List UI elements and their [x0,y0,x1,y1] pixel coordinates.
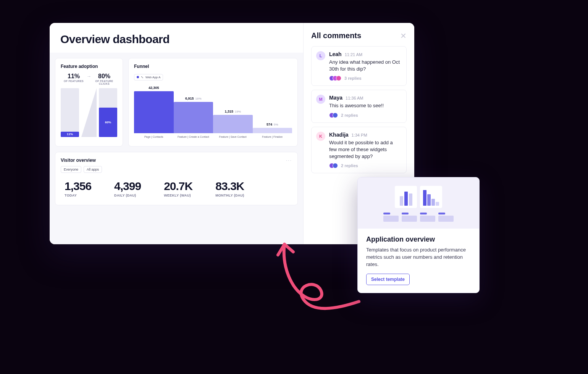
comment-header: Leah11:21 AM [329,51,402,57]
funnel-step-label: Page | Contacts [144,135,163,141]
adoption-left-pct: 11% [61,73,87,80]
funnel-legend-label: Web App A [145,76,160,79]
funnel-step: 5745%Feature | Finalize [253,123,292,141]
comment-time: 11:36 AM [346,96,363,100]
funnel-value-row: 5745% [253,123,292,126]
template-preview-row-1 [395,186,442,208]
template-title: Application overview [366,235,471,243]
avatar: L [316,51,325,60]
reply-count: 2 replies [341,113,358,118]
visitor-stats: 1,356TODAY4,399DAILY (DAU)20.7KWEEKLY (W… [61,178,292,200]
card-title: Visitor overview [61,158,96,163]
comment-text: This is awesome to see!! [329,102,402,109]
adoption-right-pct: 80% [91,73,117,80]
funnel-pct: 19% [235,110,241,113]
reply-avatars [329,163,338,168]
funnel-step: 6,91516%Feature | Create a Contact [174,97,213,141]
reply-avatars [329,113,338,118]
legend-dot-icon [137,76,139,78]
funnel-step-label: Feature | Finalize [262,135,283,141]
replies-row[interactable]: 2 replies [329,163,402,168]
adoption-bar-left: 11% [61,88,79,137]
reply-avatars [329,76,341,81]
mini-chart-funnel-icon [420,186,442,208]
close-icon[interactable]: ✕ [400,32,407,40]
funnel-bar [213,115,253,133]
funnel-step-label: Feature | Save Contact [219,135,247,141]
adoption-right-sublabel: OF FEATURE CLICKS [91,80,117,85]
template-description: Templates that focus on product performa… [366,247,471,268]
arrow-right-icon: → [87,73,91,79]
annotation-arrow-icon [248,237,370,313]
template-body: Application overview Templates that focu… [358,229,479,293]
comment-header: Maya11:36 AM [329,95,402,101]
template-preview [358,177,479,229]
more-menu-icon[interactable]: ··· [286,158,292,163]
comment-time: 1:34 PM [352,133,367,137]
feature-adoption-chart: 11% 60% [61,88,117,137]
cursor-icon: ⤡ [141,76,144,79]
stat-value: 4,399 [114,180,141,193]
comment-body: Khadija1:34 PMWould it be possible to ad… [329,132,402,169]
template-preview-row-2 [366,213,471,222]
funnel-legend[interactable]: ⤡ Web App A [134,74,163,81]
comment-author: Khadija [329,132,349,138]
adoption-left: 11% OF FEATURES [61,73,87,82]
svg-marker-0 [81,88,97,137]
visitor-stat: 83.3KMONTHLY (DAU) [215,180,244,197]
comment-body: Maya11:36 AMThis is awesome to see!!2 re… [329,95,402,118]
adoption-right: 80% OF FEATURE CLICKS [91,73,117,85]
comment-author: Leah [329,51,342,57]
feature-adoption-card[interactable]: Feature adoption 11% OF FEATURES → 80% O… [55,58,123,147]
page-title: Overview dashboard [60,33,292,46]
funnel-pct: 16% [195,97,202,100]
replies-row[interactable]: 3 replies [329,76,402,81]
replies-row[interactable]: 2 replies [329,113,402,118]
filter-chip[interactable]: Everyone [61,166,81,173]
top-row: Feature adoption 11% OF FEATURES → 80% O… [55,58,298,147]
filter-chip[interactable]: All apps [84,166,102,173]
visitor-header: Visitor overview ··· [61,158,292,163]
funnel-step: 42,305Page | Contacts [134,86,174,141]
reply-avatar-icon [333,163,338,168]
funnel-pct: 5% [274,123,278,126]
adoption-bar-left-label: 11% [67,132,73,136]
comments-header: All comments ✕ [311,31,407,40]
funnel-bar [253,128,292,133]
reply-count: 3 replies [344,76,362,81]
comments-list: LLeah11:21 AMAny idea what happened on O… [311,46,407,177]
card-title: Feature adoption [61,64,117,69]
visitor-stat: 20.7KWEEKLY (WAU) [164,180,192,197]
funnel-step: 1,31519%Feature | Save Contact [213,110,253,141]
adoption-bar-right-fill: 60% [99,108,117,137]
template-card: Application overview Templates that focu… [357,177,480,293]
funnel-value: 1,315 [225,110,233,113]
visitor-stat: 4,399DAILY (DAU) [114,180,141,197]
comment-body: Leah11:21 AMAny idea what happened on Oc… [329,51,402,81]
comment-header: Khadija1:34 PM [329,132,402,138]
visitor-overview-card[interactable]: Visitor overview ··· EveryoneAll apps 1,… [55,152,298,205]
funnel-bar [174,102,213,133]
stat-value: 83.3K [215,180,244,193]
adoption-bar-left-fill: 11% [61,132,79,137]
avatar: M [316,95,325,104]
comment[interactable]: MMaya11:36 AMThis is awesome to see!!2 r… [311,90,407,123]
feature-adoption-summary: 11% OF FEATURES → 80% OF FEATURE CLICKS [61,73,117,85]
reply-avatar-icon [333,113,338,118]
funnel-value-row: 42,305 [134,86,174,90]
select-template-button[interactable]: Select template [366,274,410,285]
dashboard-header: Overview dashboard [50,23,303,53]
reply-count: 2 replies [341,163,358,168]
stat-value: 20.7K [164,180,192,193]
adoption-connector [81,88,97,137]
comment-text: Any idea what happened on Oct 30th for t… [329,59,402,73]
funnel-value: 42,305 [149,86,159,90]
comment[interactable]: KKhadija1:34 PMWould it be possible to a… [311,127,407,174]
funnel-value-row: 6,91516% [174,97,213,100]
mini-chart-bar-icon [395,186,417,208]
comment-time: 11:21 AM [345,52,362,57]
funnel-card[interactable]: Funnel ⤡ Web App A 42,305Page | Contacts… [128,58,298,147]
comment-author: Maya [329,95,342,101]
comment[interactable]: LLeah11:21 AMAny idea what happened on O… [311,46,407,86]
funnel-step-label: Feature | Create a Contact [178,135,209,141]
